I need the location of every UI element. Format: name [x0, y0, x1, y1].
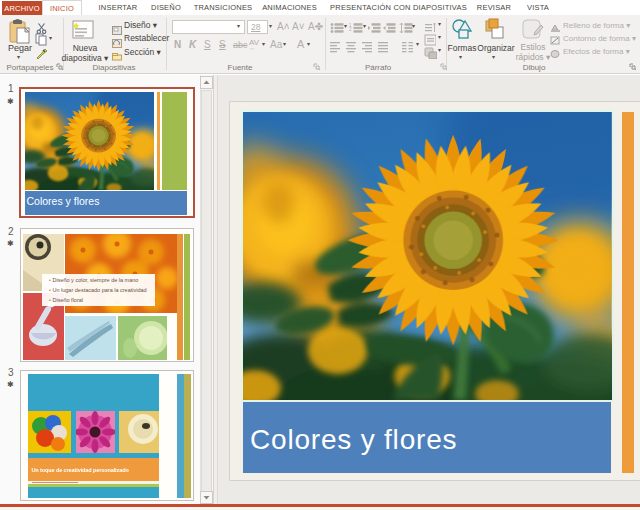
svg-text:2: 2 [349, 27, 352, 32]
